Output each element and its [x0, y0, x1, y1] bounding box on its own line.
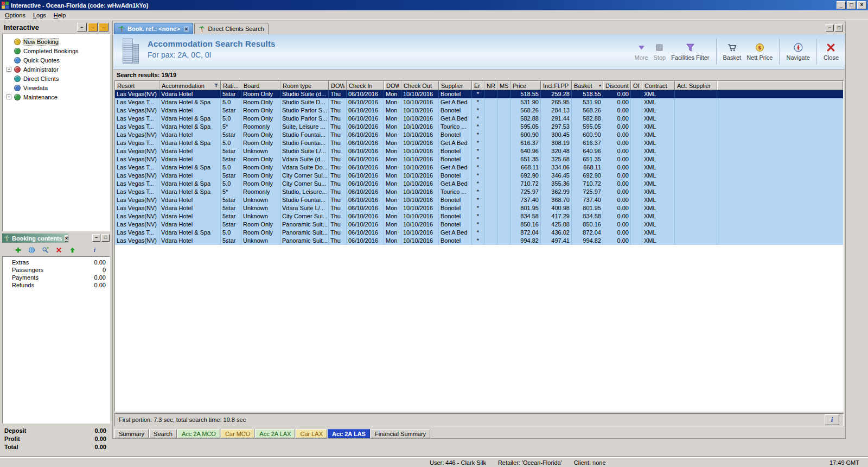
expand-icon[interactable]: +	[7, 94, 11, 99]
table-row[interactable]: Las Vegas T...Vdara Hotel & Spa5.0Room O…	[115, 163, 843, 172]
menu-help[interactable]: Help	[50, 11, 70, 20]
table-row[interactable]: Las Vegas(NV)Vdara Hotel5starUnknownStud…	[115, 196, 843, 204]
column-header-nr[interactable]: NR	[484, 81, 497, 90]
table-row[interactable]: Las Vegas(NV)Vdara Hotel5starRoom OnlySt…	[115, 106, 843, 115]
column-header-contract[interactable]: Contract	[642, 81, 675, 90]
table-row[interactable]: Las Vegas T...Vdara Hotel & Spa5.0Room O…	[115, 180, 843, 188]
menu-logs[interactable]: Logs	[29, 11, 50, 20]
close-button[interactable]: Close	[821, 41, 841, 62]
table-cell: Thu	[329, 147, 347, 155]
booking-row-passengers[interactable]: Passengers0	[3, 266, 110, 274]
table-cell: 872.04	[572, 229, 603, 237]
column-header-discount[interactable]: Discount	[603, 81, 631, 90]
column-header-supplier[interactable]: Supplier	[439, 81, 472, 90]
sidebar-item-quick-quotes[interactable]: Quick Quotes	[3, 55, 110, 65]
booking-row-refunds[interactable]: Refunds0.00	[3, 281, 110, 289]
info-button[interactable]: i	[825, 414, 839, 425]
panel-dock-right-button[interactable]: →	[88, 23, 98, 31]
table-row[interactable]: Las Vegas T...Vdara Hotel & Spa5*Roomonl…	[115, 123, 843, 131]
title-bar: Interactive - Ocean-Florida (code: wHwAd…	[0, 0, 868, 10]
info-button[interactable]: i	[90, 245, 99, 254]
bottom-tab-car-lax[interactable]: Car LAX	[296, 429, 327, 438]
column-header-accommodation[interactable]: Accommodation	[159, 81, 221, 90]
column-header-dow[interactable]: DOW	[384, 81, 401, 90]
window-maximize-button[interactable]: □	[847, 1, 856, 9]
column-header-ms[interactable]: MS	[497, 81, 510, 90]
bottom-tab-financial-summary[interactable]: Financial Summary	[371, 429, 430, 438]
expand-icon[interactable]: +	[7, 67, 11, 72]
sidebar-item-viewdata[interactable]: Viewdata	[3, 83, 110, 92]
table-row[interactable]: Las Vegas T...Vdara Hotel & Spa5*Roomonl…	[115, 188, 843, 196]
panel-dock-left-button[interactable]: ←	[99, 23, 108, 31]
table-cell: 5star	[221, 90, 241, 98]
column-header-basket[interactable]: Basket▾	[572, 81, 603, 90]
column-header-incl-fl-pp[interactable]: Incl.Fl.PP	[541, 81, 572, 90]
tab-book-ref-none[interactable]: Book. ref.: <none>×	[114, 23, 193, 34]
panel-minimize-button[interactable]: −	[826, 24, 834, 31]
table-row[interactable]: Las Vegas T...Vdara Hotel & Spa5.0Room O…	[115, 98, 843, 106]
column-header-er[interactable]: Er	[472, 81, 484, 90]
stop-button[interactable]: Stop	[651, 41, 669, 62]
navigate-button[interactable]: Navigate	[783, 41, 812, 62]
table-cell: 0.00	[603, 237, 631, 245]
table-row[interactable]: Las Vegas(NV)Vdara Hotel5starRoom OnlySt…	[115, 131, 843, 139]
booking-row-label: Refunds	[12, 282, 34, 288]
table-row[interactable]: Las Vegas T...Vdara Hotel & Spa5.0Room O…	[115, 115, 843, 123]
tab-close-icon[interactable]: ×	[184, 26, 189, 32]
column-header-price[interactable]: Price	[510, 81, 541, 90]
bottom-tab-acc-2a-las[interactable]: Acc 2A LAS	[328, 429, 370, 438]
bottom-tab-acc-2a-mco[interactable]: Acc 2A MCO	[177, 429, 220, 438]
panel-maximize-button[interactable]: □	[835, 24, 843, 31]
table-row[interactable]: Las Vegas(NV)Vdara Hotel5starUnknownVdar…	[115, 204, 843, 212]
search-add-button[interactable]	[41, 245, 49, 254]
column-header-dow[interactable]: DOW	[329, 81, 347, 90]
delete-button[interactable]	[54, 245, 63, 254]
column-header-check-out[interactable]: Check Out	[401, 81, 439, 90]
table-row[interactable]: Las Vegas(NV)Vdara Hotel5starUnknownCity…	[115, 212, 843, 220]
column-header-act-supplier[interactable]: Act. Supplier	[675, 81, 717, 90]
table-row[interactable]: Las Vegas T...Vdara Hotel & Spa5.0Room O…	[115, 229, 843, 237]
table-row[interactable]: Las Vegas(NV)Vdara Hotel5starRoom OnlySt…	[115, 90, 843, 98]
column-header-room-type[interactable]: Room type	[280, 81, 329, 90]
booking-minimize-button[interactable]: −	[92, 234, 100, 242]
sidebar-item-completed-bookings[interactable]: Completed Bookings	[3, 46, 110, 55]
menu-options[interactable]: Options	[1, 11, 29, 20]
booking-maximize-button[interactable]: □	[101, 234, 110, 242]
basket-button[interactable]: Basket	[720, 41, 744, 62]
window-minimize-button[interactable]: _	[837, 1, 846, 9]
table-cell	[631, 131, 642, 139]
more-button[interactable]: More	[632, 41, 651, 62]
globe-button[interactable]	[27, 245, 36, 254]
sidebar-item-administrator[interactable]: +Administrator	[3, 65, 110, 74]
upload-button[interactable]	[68, 245, 76, 254]
booking-contents-close-button[interactable]: ×	[65, 235, 68, 242]
bottom-tab-car-mco[interactable]: Car MCO	[221, 429, 254, 438]
table-cell: *	[472, 180, 484, 188]
table-row[interactable]: Las Vegas(NV)Vdara Hotel5starUnknownStud…	[115, 147, 843, 155]
bottom-tab-summary[interactable]: Summary	[114, 429, 149, 438]
booking-row-extras[interactable]: Extras0.00	[3, 258, 110, 266]
booking-row-payments[interactable]: Payments0.00	[3, 274, 110, 281]
sidebar-item-new-booking[interactable]: New Booking	[3, 37, 110, 46]
sidebar-item-direct-clients[interactable]: Direct Clients	[3, 74, 110, 83]
table-row[interactable]: Las Vegas(NV)Vdara Hotel5starRoom OnlyCi…	[115, 172, 843, 180]
add-button[interactable]	[14, 245, 22, 254]
column-header-of[interactable]: Of	[631, 81, 642, 90]
table-row[interactable]: Las Vegas(NV)Vdara Hotel5starRoom OnlyVd…	[115, 155, 843, 163]
tab-direct-clients-search[interactable]: Direct Clients Search	[194, 23, 268, 34]
nett-price-button[interactable]: $Nett Price	[744, 41, 775, 62]
table-row[interactable]: Las Vegas T...Vdara Hotel & Spa5.0Room O…	[115, 139, 843, 147]
column-header-check-in[interactable]: Check In	[347, 81, 384, 90]
panel-collapse-button[interactable]: −	[77, 23, 87, 31]
svg-text:$: $	[758, 45, 762, 51]
window-close-button[interactable]: ×	[857, 1, 866, 9]
table-row[interactable]: Las Vegas(NV)Vdara Hotel5starRoom OnlyPa…	[115, 220, 843, 229]
sidebar-item-maintenance[interactable]: +Maintenance	[3, 92, 110, 102]
column-header-rati[interactable]: Rati...	[221, 81, 241, 90]
table-row[interactable]: Las Vegas(NV)Vdara Hotel5starUnknownPano…	[115, 237, 843, 245]
facilities-filter-button[interactable]: Facilities Filter	[668, 41, 712, 62]
bottom-tab-acc-2a-lax[interactable]: Acc 2A LAX	[255, 429, 295, 438]
column-header-resort[interactable]: Resort	[115, 81, 159, 90]
bottom-tab-search[interactable]: Search	[149, 429, 177, 438]
column-header-board[interactable]: Board	[241, 81, 280, 90]
